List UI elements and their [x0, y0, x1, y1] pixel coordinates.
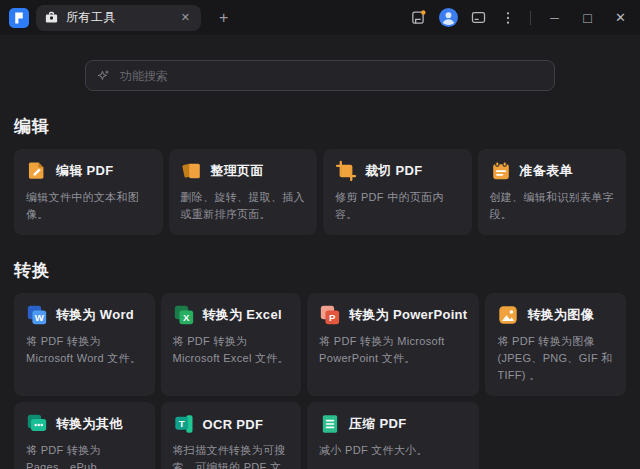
tool-card-head: 编辑 PDF [26, 160, 151, 182]
tool-card-head: W转换为 Word [26, 304, 143, 326]
new-tab-button[interactable]: + [213, 9, 234, 27]
tool-card-head: 裁切 PDF [335, 160, 460, 182]
powerpoint-icon: P [319, 304, 341, 326]
tool-card-title: 压缩 PDF [349, 415, 406, 433]
titlebar-separator [530, 11, 531, 25]
tool-card-title: 编辑 PDF [56, 162, 113, 180]
tool-card-head: TOCR PDF [173, 413, 290, 435]
user-avatar-icon[interactable] [435, 5, 461, 31]
tool-card-整理页面[interactable]: 整理页面删除、旋转、提取、插入或重新排序页面。 [169, 149, 318, 235]
tool-card-title: 转换为 PowerPoint [349, 306, 467, 324]
tool-card-title: 转换为图像 [527, 306, 594, 324]
tool-card-title: OCR PDF [203, 417, 264, 432]
tool-card-title: 裁切 PDF [365, 162, 422, 180]
tool-card-description: 将 PDF 转换为 Pages、ePub 、HTML、RTF 和文本文件。 [26, 442, 143, 469]
tab-label: 所有工具 [66, 9, 171, 26]
svg-text:X: X [183, 312, 190, 323]
tool-card-转换为-word[interactable]: W转换为 Word将 PDF 转换为 Microsoft Word 文件。 [14, 293, 155, 396]
tool-card-title: 准备表单 [520, 162, 573, 180]
prepare-form-icon [490, 160, 512, 182]
svg-text:W: W [35, 312, 45, 323]
tool-card-转换为-excel[interactable]: X转换为 Excel将 PDF 转换为 Microsoft Excel 文件。 [161, 293, 302, 396]
ocr-pdf-icon: T [173, 413, 195, 435]
document-alert-icon[interactable] [405, 5, 431, 31]
tool-card-head: X转换为 Excel [173, 304, 290, 326]
titlebar: 所有工具 ✕ + ─ □ ✕ [0, 0, 640, 35]
search-input[interactable] [118, 68, 544, 84]
tool-card-head: 整理页面 [181, 160, 306, 182]
tool-card-编辑-pdf[interactable]: 编辑 PDF编辑文件中的文本和图像。 [14, 149, 163, 235]
tab-all-tools[interactable]: 所有工具 ✕ [36, 5, 201, 31]
all-tools-page: 编辑 编辑 PDF编辑文件中的文本和图像。整理页面删除、旋转、提取、插入或重新排… [0, 115, 640, 469]
tool-card-description: 创建、编辑和识别表单字段。 [490, 189, 615, 223]
tool-card-title: 转换为 Excel [203, 306, 282, 324]
tool-card-转换为-powerpoint[interactable]: P转换为 PowerPoint将 PDF 转换为 Microsoft Power… [307, 293, 479, 396]
close-button[interactable]: ✕ [606, 3, 635, 32]
tool-card-head: 转换为其他 [26, 413, 143, 435]
compress-pdf-icon [319, 413, 341, 435]
excel-icon: X [173, 304, 195, 326]
toolbox-icon [44, 10, 59, 25]
app-logo [9, 8, 29, 28]
svg-text:P: P [329, 312, 336, 323]
titlebar-right-cluster: ─ □ ✕ [405, 3, 640, 32]
other-formats-icon [26, 413, 48, 435]
tool-card-head: P转换为 PowerPoint [319, 304, 467, 326]
tool-card-转换为其他[interactable]: 转换为其他将 PDF 转换为 Pages、ePub 、HTML、RTF 和文本文… [14, 402, 155, 469]
tool-card-description: 编辑文件中的文本和图像。 [26, 189, 151, 223]
edit-cards-grid: 编辑 PDF编辑文件中的文本和图像。整理页面删除、旋转、提取、插入或重新排序页面… [14, 149, 626, 235]
convert-cards-grid: W转换为 Word将 PDF 转换为 Microsoft Word 文件。X转换… [14, 293, 626, 469]
tool-card-description: 删除、旋转、提取、插入或重新排序页面。 [181, 189, 306, 223]
tool-card-head: 准备表单 [490, 160, 615, 182]
tool-card-description: 减小 PDF 文件大小。 [319, 442, 467, 459]
svg-text:T: T [178, 418, 184, 429]
tool-card-head: 压缩 PDF [319, 413, 467, 435]
tool-card-description: 将 PDF 转换为 Microsoft PowerPoint 文件。 [319, 333, 467, 367]
word-icon: W [26, 304, 48, 326]
tool-card-description: 将 PDF 转换为 Microsoft Word 文件。 [26, 333, 143, 367]
minimize-button[interactable]: ─ [540, 3, 569, 32]
tool-card-description: 将扫描文件转换为可搜索、可编辑的 PDF 文件。 [173, 442, 290, 469]
tool-card-ocr-pdf[interactable]: TOCR PDF将扫描文件转换为可搜索、可编辑的 PDF 文件。 [161, 402, 302, 469]
sparkle-icon [96, 69, 110, 83]
tool-card-转换为图像[interactable]: 转换为图像将 PDF 转换为图像 (JPEG、PNG、GIF 和 TIFF) 。 [485, 293, 626, 396]
tool-card-description: 将 PDF 转换为图像 (JPEG、PNG、GIF 和 TIFF) 。 [497, 333, 614, 384]
tool-card-裁切-pdf[interactable]: 裁切 PDF修剪 PDF 中的页面内容。 [323, 149, 472, 235]
section-title-convert: 转换 [14, 259, 626, 282]
tool-card-准备表单[interactable]: 准备表单创建、编辑和识别表单字段。 [478, 149, 627, 235]
more-menu-icon[interactable] [495, 5, 521, 31]
tool-card-head: 转换为图像 [497, 304, 614, 326]
tool-card-description: 将 PDF 转换为 Microsoft Excel 文件。 [173, 333, 290, 367]
tool-card-title: 整理页面 [211, 162, 264, 180]
feature-search-bar[interactable] [85, 60, 555, 91]
tab-close-icon[interactable]: ✕ [178, 10, 193, 25]
section-title-edit: 编辑 [14, 115, 626, 138]
edit-pdf-icon [26, 160, 48, 182]
feedback-icon[interactable] [465, 5, 491, 31]
tool-card-title: 转换为其他 [56, 415, 123, 433]
organize-pages-icon [181, 160, 203, 182]
maximize-button[interactable]: □ [573, 3, 602, 32]
image-icon [497, 304, 519, 326]
tool-card-title: 转换为 Word [56, 306, 134, 324]
crop-pdf-icon [335, 160, 357, 182]
tool-card-description: 修剪 PDF 中的页面内容。 [335, 189, 460, 223]
tool-card-压缩-pdf[interactable]: 压缩 PDF减小 PDF 文件大小。 [307, 402, 479, 469]
